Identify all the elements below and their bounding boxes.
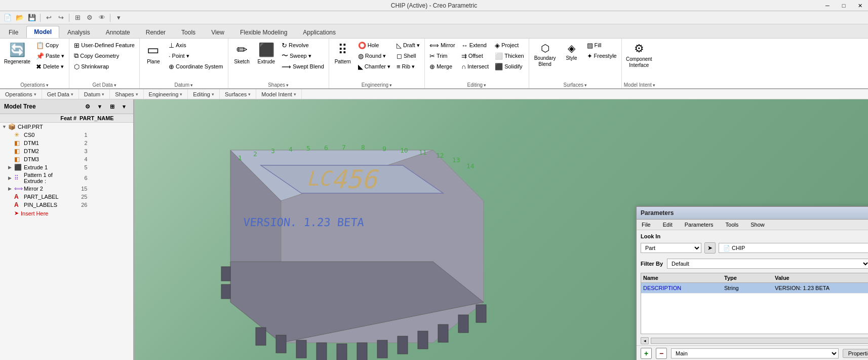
- maximize-button[interactable]: □: [836, 0, 852, 11]
- shell-button[interactable]: ◻Shell: [394, 51, 422, 61]
- tab-file[interactable]: File: [1, 26, 26, 38]
- point-button[interactable]: ·Point ▾: [166, 51, 226, 61]
- tree-item-dtm3[interactable]: ◧ DTM3 4: [0, 155, 133, 163]
- tab-flexible-modeling[interactable]: Flexible Modeling: [232, 26, 295, 38]
- tab-view[interactable]: View: [204, 26, 232, 38]
- surfaces-group-label[interactable]: Surfaces: [220, 89, 256, 99]
- user-defined-feature-button[interactable]: ⊞User-Defined Feature: [71, 40, 137, 50]
- pattern-button[interactable]: ⠿ Pattern: [331, 40, 354, 77]
- model-intent-label[interactable]: Model Intent: [624, 81, 655, 88]
- tab-model[interactable]: Model: [26, 26, 59, 38]
- shapes-label[interactable]: Shapes: [230, 81, 327, 88]
- save-button[interactable]: 💾: [26, 12, 37, 23]
- tree-item-extrude1[interactable]: ▶ ⬛ Extrude 1 5: [0, 163, 133, 171]
- regenerate-button[interactable]: 🔄 Regenerate: [2, 40, 32, 77]
- tree-item-dtm1[interactable]: ◧ DTM1 2: [0, 139, 133, 147]
- more-button[interactable]: ▾: [113, 12, 124, 23]
- sweep-button[interactable]: 〜Sweep ▾: [279, 51, 327, 61]
- tab-tools[interactable]: Tools: [174, 26, 203, 38]
- boundary-blend-button[interactable]: ⬡ BoundaryBlend: [531, 40, 559, 77]
- extend-button[interactable]: ↔Extend: [459, 40, 492, 50]
- surfaces-label[interactable]: Surfaces: [531, 81, 619, 88]
- trim-button[interactable]: ✂Trim: [427, 51, 458, 61]
- tree-item-pin-labels[interactable]: A PIN_LABELS 26: [0, 201, 133, 209]
- settings-button[interactable]: ⚙: [84, 12, 95, 23]
- tab-analysis[interactable]: Analysis: [60, 26, 98, 38]
- engineering-group-label[interactable]: Engineering: [144, 89, 188, 99]
- fill-button[interactable]: ▨Fill: [584, 40, 619, 50]
- menu-file[interactable]: File: [640, 221, 653, 229]
- operations-group-label[interactable]: Operations: [0, 89, 42, 99]
- minimize-button[interactable]: ─: [819, 0, 836, 11]
- tree-expand-button[interactable]: ⊞: [107, 101, 117, 112]
- offset-button[interactable]: ⇉Offset: [459, 51, 492, 61]
- scroll-left-button[interactable]: ◂: [641, 337, 649, 344]
- swept-blend-button[interactable]: ⟿Swept Blend: [279, 61, 327, 71]
- view-settings-button[interactable]: 👁: [96, 12, 107, 23]
- param-row-description[interactable]: DESCRIPTION String VERSION: 1.23 BETA: [641, 283, 868, 294]
- component-interface-button[interactable]: ⚙ ComponentInterface: [624, 40, 654, 77]
- extrude-button[interactable]: ⬛ Extrude: [255, 40, 278, 77]
- editing-group-label[interactable]: Editing: [188, 89, 220, 99]
- tab-render[interactable]: Render: [138, 26, 173, 38]
- intersect-button[interactable]: ∩Intersect: [459, 61, 492, 71]
- draft-button[interactable]: ◺Draft ▾: [394, 40, 422, 50]
- chamfer-button[interactable]: ◣Chamfer ▾: [356, 61, 393, 71]
- tree-item-dtm2[interactable]: ◧ DTM2 3: [0, 147, 133, 155]
- delete-button[interactable]: ✖Delete ▾: [33, 61, 67, 71]
- style-button[interactable]: ◈ Style: [560, 40, 583, 77]
- solidify-button[interactable]: ⬛Solidify: [492, 61, 527, 71]
- tree-item-cs0[interactable]: ✳ CS0 1: [0, 131, 133, 139]
- filter-select[interactable]: Default All Custom: [667, 259, 868, 269]
- add-param-button[interactable]: +: [641, 348, 652, 359]
- copy-button[interactable]: 📋Copy: [33, 40, 67, 50]
- project-button[interactable]: ◈Project: [492, 40, 527, 50]
- thicken-button[interactable]: ⬜Thicken: [492, 51, 527, 61]
- look-in-chip-select[interactable]: 📄 CHIP: [719, 243, 868, 253]
- redo-button[interactable]: ↪: [55, 12, 66, 23]
- paste-button[interactable]: 📌Paste ▾: [33, 51, 67, 61]
- tab-applications[interactable]: Applications: [295, 26, 343, 38]
- model-intent-group-label[interactable]: Model Intent: [256, 89, 302, 99]
- datum-label[interactable]: Datum: [142, 81, 226, 88]
- table-body[interactable]: DESCRIPTION String VERSION: 1.23 BETA: [641, 283, 868, 334]
- shrinkwrap-button[interactable]: ⬡Shrinkwrap: [71, 61, 137, 71]
- revolve-button[interactable]: ↻Revolve: [279, 40, 327, 50]
- menu-tools[interactable]: Tools: [724, 221, 741, 229]
- plane-button[interactable]: ▭ Plane: [142, 40, 165, 77]
- coord-system-button[interactable]: ⊕Coordinate System: [166, 61, 226, 71]
- shapes-group-label[interactable]: Shapes: [110, 89, 143, 99]
- properties-button[interactable]: Properties...: [843, 349, 868, 358]
- tree-settings-button[interactable]: ⚙: [83, 101, 93, 112]
- look-in-arrow-button[interactable]: ➤: [704, 242, 716, 254]
- freestyle-button[interactable]: ✦Freestyle: [584, 51, 619, 61]
- menu-edit[interactable]: Edit: [661, 221, 675, 229]
- undo-button[interactable]: ↩: [43, 12, 54, 23]
- insert-here[interactable]: ➤ Insert Here: [0, 209, 133, 218]
- tree-item-mirror2[interactable]: ▶ ⟺ Mirror 2 15: [0, 185, 133, 193]
- tree-item-part-label[interactable]: A PART_LABEL 25: [0, 193, 133, 201]
- hole-button[interactable]: ⭕Hole: [356, 40, 393, 50]
- editing-label[interactable]: Editing: [427, 81, 527, 88]
- open-button[interactable]: 📂: [14, 12, 25, 23]
- tree-item-chip-prt[interactable]: ▼ 📦 CHIP.PRT: [0, 123, 133, 131]
- menu-parameters[interactable]: Parameters: [683, 221, 716, 229]
- close-button[interactable]: ✕: [852, 0, 868, 11]
- operations-label[interactable]: Operations: [2, 81, 67, 88]
- engineering-label[interactable]: Engineering: [331, 81, 422, 88]
- sketch-button[interactable]: ✏ Sketch: [230, 40, 254, 77]
- mirror-button[interactable]: ⟺Mirror: [427, 40, 458, 50]
- new-button[interactable]: 📄: [2, 12, 13, 23]
- tree-item-pattern1[interactable]: ▶ ⠿ Pattern 1 of Extrude : 6: [0, 171, 133, 185]
- axis-button[interactable]: ⊥Axis: [166, 40, 226, 50]
- window-button[interactable]: ⊞: [72, 12, 83, 23]
- horizontal-scrollbar[interactable]: [651, 338, 868, 344]
- remove-param-button[interactable]: −: [656, 348, 667, 359]
- merge-button[interactable]: ⊕Merge: [427, 61, 458, 71]
- menu-show[interactable]: Show: [748, 221, 767, 229]
- tree-more-button[interactable]: ▾: [119, 101, 129, 112]
- copy-geometry-button[interactable]: ⧉Copy Geometry: [71, 51, 137, 61]
- look-in-type-select[interactable]: Part Feature Assembly: [641, 243, 701, 253]
- get-data-label[interactable]: Get Data: [71, 81, 137, 88]
- tree-filter-button[interactable]: ▼: [95, 101, 105, 112]
